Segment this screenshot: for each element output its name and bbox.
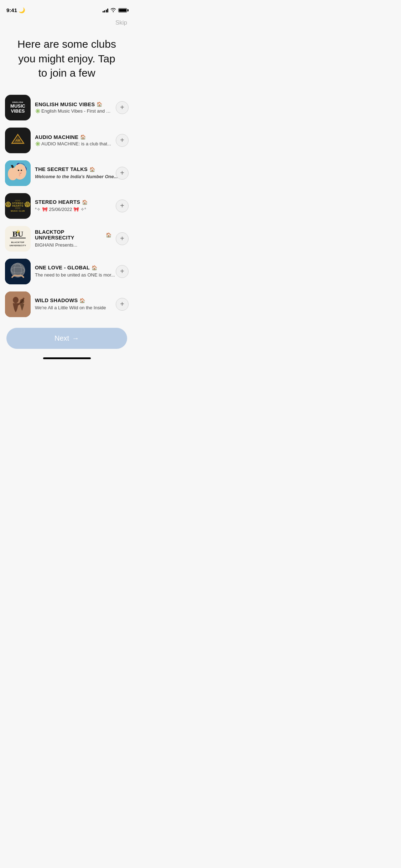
club-info-audio-machine: AUDIO MACHINE 🏠 ✳️ AUDIO MACHINE: is a c… <box>35 134 111 146</box>
club-name: ENGLISH MUSIC VIBES <box>35 102 95 107</box>
club-name-row: AUDIO MACHINE 🏠 <box>35 134 111 140</box>
svg-point-22 <box>13 297 19 303</box>
house-icon: 🏠 <box>82 200 88 205</box>
club-avatar-the-secret-talks <box>5 160 31 186</box>
moon-icon: 🌙 <box>19 7 25 13</box>
club-info-english-music-vibes: ENGLISH MUSIC VIBES 🏠 ✳️ English Music V… <box>35 102 111 114</box>
club-name-row: ENGLISH MUSIC VIBES 🏠 <box>35 102 111 107</box>
club-desc: Welcome to the India's Number One... <box>35 174 118 179</box>
club-desc: We're All a Little Wild on the Inside <box>35 305 106 310</box>
join-button-english-music-vibes[interactable]: + <box>116 101 129 114</box>
club-info-stereo-hearts: STEREO HEARTS 🏠 °✧ 🎀 25/06/2022 🎀 ✧° <box>35 199 111 212</box>
desc-icon: ✳️ <box>35 141 41 146</box>
club-name-row: ONE LOVE - GLOBAL 🏠 <box>35 265 111 270</box>
next-button[interactable]: Next → <box>6 328 127 349</box>
status-bar: 9:41 🌙 <box>0 0 134 16</box>
club-info-the-secret-talks: THE SECRET TALKS 🏠 Welcome to the India'… <box>35 166 111 180</box>
house-icon: 🏠 <box>106 232 111 238</box>
club-avatar-stereo-hearts: 🏵 ♡♡♡ STEREO HEARTS ♡♡♡ 🏵 MUSIC CLUB <box>5 193 31 219</box>
club-name: BLACKTOP UNIVERSECITY <box>35 229 104 241</box>
join-button-one-love-global[interactable]: + <box>116 265 129 278</box>
club-desc-row: ✳️ English Music Vibes - First and bi... <box>35 108 111 114</box>
status-time: 9:41 🌙 <box>6 7 25 14</box>
list-item: AM AUDIO MACHINE 🏠 ✳️ AUDIO MACHINE: is … <box>5 124 129 157</box>
club-desc: °✧ 🎀 25/06/2022 🎀 ✧° <box>35 207 86 212</box>
house-icon: 🏠 <box>79 298 85 303</box>
svg-text:BLACKTOP: BLACKTOP <box>11 241 24 243</box>
page-title: Here are some clubs you might enjoy. Tap… <box>14 37 119 81</box>
club-info-one-love-global: ONE LOVE - GLOBAL 🏠 The need to be unite… <box>35 265 111 278</box>
house-icon: 🏠 <box>92 265 97 270</box>
join-button-stereo-hearts[interactable]: + <box>116 200 129 212</box>
list-item: BU BLACKTOP UNIVERSECITY 🌾 BLACKTOP UNIV… <box>5 222 129 255</box>
svg-text:UNIVERSECITY: UNIVERSECITY <box>10 244 26 247</box>
svg-text:🌾: 🌾 <box>16 229 20 234</box>
club-name-row: BLACKTOP UNIVERSECITY 🏠 <box>35 229 111 241</box>
club-avatar-wild-shadows <box>5 291 31 317</box>
club-avatar-one-love-global <box>5 259 31 284</box>
svg-point-23 <box>20 299 24 304</box>
club-name: STEREO HEARTS <box>35 199 80 205</box>
club-name-row: STEREO HEARTS 🏠 <box>35 199 111 205</box>
club-desc: BIGHANI Presents... <box>35 242 77 248</box>
home-bar <box>43 357 91 359</box>
status-icons <box>103 7 127 13</box>
house-icon: 🏠 <box>97 102 102 107</box>
club-name: ONE LOVE - GLOBAL <box>35 265 90 270</box>
title-section: Here are some clubs you might enjoy. Tap… <box>0 26 134 91</box>
wifi-icon <box>110 7 116 13</box>
svg-rect-11 <box>10 238 26 238</box>
list-item: THE SECRET TALKS 🏠 Welcome to the India'… <box>5 157 129 190</box>
svg-text:AM: AM <box>15 139 21 142</box>
home-indicator <box>0 355 134 363</box>
list-item: WILD SHADOWS 🏠 We're All a Little Wild o… <box>5 288 129 321</box>
list-item: 🏵 ♡♡♡ STEREO HEARTS ♡♡♡ 🏵 MUSIC CLUB STE… <box>5 190 129 222</box>
club-avatar-english-music-vibes: ENGLISH MUSIC VIBES <box>5 95 31 120</box>
club-desc: AUDIO MACHINE: is a club that... <box>41 141 111 146</box>
join-button-the-secret-talks[interactable]: + <box>116 167 129 180</box>
club-name: THE SECRET TALKS <box>35 166 88 172</box>
next-arrow: → <box>72 334 79 342</box>
house-icon: 🏠 <box>80 134 86 140</box>
house-icon: 🏠 <box>89 167 95 172</box>
club-info-wild-shadows: WILD SHADOWS 🏠 We're All a Little Wild o… <box>35 298 111 311</box>
club-name: WILD SHADOWS <box>35 298 78 303</box>
battery-icon <box>118 8 127 12</box>
next-button-container: Next → <box>0 321 134 355</box>
next-label: Next <box>54 334 69 342</box>
club-name-row: THE SECRET TALKS 🏠 <box>35 166 111 172</box>
skip-label[interactable]: Skip <box>115 19 127 26</box>
list-item: ENGLISH MUSIC VIBES ENGLISH MUSIC VIBES … <box>5 91 129 124</box>
club-name: AUDIO MACHINE <box>35 134 78 140</box>
club-avatar-blacktop-universecity: BU BLACKTOP UNIVERSECITY 🌾 <box>5 226 31 252</box>
svg-point-5 <box>8 167 18 180</box>
svg-rect-8 <box>19 172 20 176</box>
signal-icon <box>103 8 109 12</box>
join-button-wild-shadows[interactable]: + <box>116 298 129 311</box>
club-desc: English Music Vibes - First and bi... <box>41 108 111 114</box>
join-button-audio-machine[interactable]: + <box>116 134 129 147</box>
svg-point-6 <box>21 170 22 171</box>
skip-button-container[interactable]: Skip <box>0 16 134 26</box>
club-name-row: WILD SHADOWS 🏠 <box>35 298 111 303</box>
club-avatar-audio-machine: AM <box>5 128 31 153</box>
club-desc: The need to be united as ONE is mor... <box>35 272 115 278</box>
club-info-blacktop-universecity: BLACKTOP UNIVERSECITY 🏠 BIGHANI Presents… <box>35 229 111 248</box>
club-list: ENGLISH MUSIC VIBES ENGLISH MUSIC VIBES … <box>0 91 134 321</box>
svg-point-7 <box>18 170 19 171</box>
list-item: ONE LOVE - GLOBAL 🏠 The need to be unite… <box>5 255 129 288</box>
club-desc-row: ✳️ AUDIO MACHINE: is a club that... <box>35 141 111 146</box>
desc-icon: ✳️ <box>35 108 41 114</box>
time-text: 9:41 <box>6 7 17 13</box>
join-button-blacktop-universecity[interactable]: + <box>116 232 129 245</box>
